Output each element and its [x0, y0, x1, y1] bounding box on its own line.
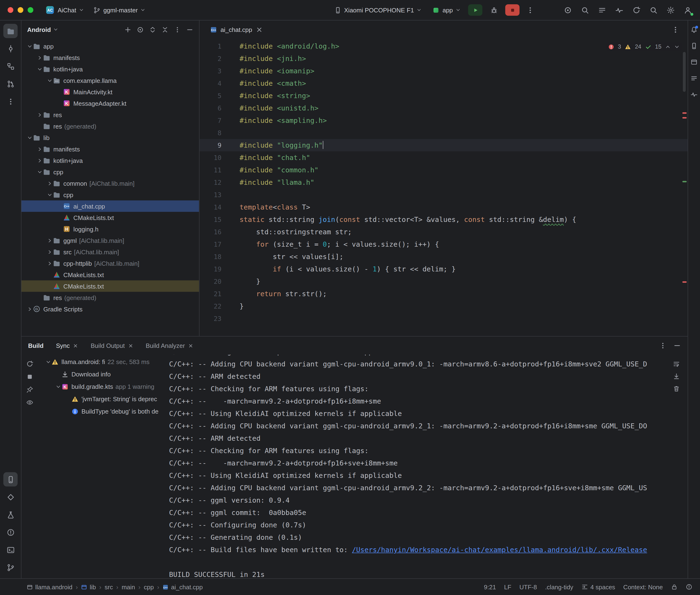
code-line-3[interactable]: 3#include <iomanip> — [200, 65, 688, 77]
line-number[interactable]: 11 — [200, 164, 230, 176]
line-number[interactable]: 17 — [200, 238, 230, 251]
tab-sync[interactable]: Sync — [56, 342, 78, 349]
code-line-19[interactable]: 19 if (i < values.size() - 1) { str << d… — [200, 263, 688, 275]
code-line-6[interactable]: 6#include <unistd.h> — [200, 102, 688, 114]
close-tab-icon[interactable] — [256, 26, 263, 33]
search-everywhere-button[interactable] — [647, 4, 660, 17]
chevron-down-icon[interactable] — [37, 169, 42, 174]
tree-item-ai-chat-cpp[interactable]: ai_chat.cpp — [22, 200, 199, 212]
encoding-widget[interactable]: UTF-8 — [520, 583, 537, 591]
structure-button[interactable] — [3, 59, 18, 73]
editor-scrollbar-thumb[interactable] — [683, 52, 686, 92]
line-number[interactable]: 9 — [200, 139, 230, 151]
stripe-mark[interactable] — [682, 181, 687, 182]
more-options-icon[interactable] — [174, 26, 181, 33]
code-line-11[interactable]: 11#include "common.h" — [200, 164, 688, 176]
code-line-10[interactable]: 10#include "chat.h" — [200, 151, 688, 164]
chevron-right-icon[interactable] — [27, 306, 32, 312]
find-in-files-button[interactable] — [579, 4, 591, 17]
chevron-right-icon[interactable] — [47, 261, 52, 266]
line-number[interactable]: 7 — [200, 114, 230, 127]
tree-item-common[interactable]: common [AiChat.lib.main] — [22, 178, 199, 189]
device-selector[interactable]: Xiaomi POCOPHONE F1 — [331, 4, 425, 16]
line-number[interactable]: 6 — [200, 102, 230, 114]
hide-panel-icon[interactable] — [673, 342, 681, 349]
run-button[interactable] — [468, 4, 482, 16]
build-tree-item-jvmtarget-string-is-deprec[interactable]: 'jvmTarget: String' is deprec — [38, 393, 169, 405]
chevron-down-icon[interactable] — [47, 192, 52, 197]
build-variants-button[interactable] — [3, 507, 18, 522]
chevron-right-icon[interactable] — [37, 146, 42, 152]
chevron-right-icon[interactable] — [47, 181, 52, 186]
stripe-mark[interactable] — [682, 281, 687, 283]
build-tree[interactable]: llama.android: fi22 sec, 583 msDownload … — [38, 355, 169, 578]
settings-button[interactable] — [664, 4, 677, 17]
chevron-right-icon[interactable] — [37, 158, 42, 163]
tree-item-cpp-httplib[interactable]: cpp-httplib [AiChat.lib.main] — [22, 258, 199, 269]
code-line-13[interactable]: 13 — [200, 189, 688, 201]
line-number[interactable]: 14 — [200, 201, 230, 213]
chevron-right-icon[interactable] — [37, 112, 42, 117]
project-view-mode[interactable]: Android — [27, 26, 51, 33]
tree-item-res[interactable]: res (generated) — [22, 120, 199, 132]
line-number[interactable]: 16 — [200, 226, 230, 238]
close-window-button[interactable] — [8, 7, 13, 13]
lock-widget[interactable] — [671, 584, 678, 590]
problems-button[interactable] — [3, 525, 18, 539]
code-line-9[interactable]: 9#include "logging.h" — [200, 139, 688, 151]
build-tree-item-buildtype-debug-is-both-de[interactable]: BuildType 'debug' is both de — [38, 405, 169, 417]
line-number[interactable]: 12 — [200, 176, 230, 189]
debug-button[interactable] — [486, 4, 501, 16]
code-line-4[interactable]: 4#include <cmath> — [200, 77, 688, 89]
line-number[interactable]: 18 — [200, 251, 230, 263]
notifications-button[interactable] — [689, 24, 699, 35]
running-devices-button[interactable] — [3, 472, 18, 486]
code-editor[interactable]: 3 24 15 1#include <android/log.h>2#inclu… — [200, 38, 688, 336]
close-tab-icon[interactable] — [128, 343, 133, 348]
line-number[interactable]: 1 — [200, 40, 230, 52]
breadcrumb-llama-android[interactable]: llama.android — [27, 583, 73, 591]
code-line-18[interactable]: 18 str << values[i]; — [200, 251, 688, 263]
terminal-button[interactable] — [3, 543, 18, 557]
stripe-mark[interactable] — [682, 117, 687, 119]
chevron-down-icon[interactable] — [27, 44, 32, 49]
app-quality-insights-button[interactable] — [689, 89, 699, 100]
expand-all-icon[interactable] — [149, 26, 156, 33]
close-tab-icon[interactable] — [188, 343, 193, 348]
chevron-right-icon[interactable] — [47, 238, 52, 243]
chevron-down-icon[interactable] — [53, 27, 58, 32]
line-number[interactable]: 22 — [200, 300, 230, 312]
more-actions-button[interactable] — [524, 4, 537, 17]
chevron-down-icon[interactable] — [47, 78, 52, 83]
tab-build-analyzer[interactable]: Build Analyzer — [146, 342, 194, 349]
tree-item-manifests[interactable]: manifests — [22, 52, 199, 63]
line-number[interactable]: 3 — [200, 65, 230, 77]
build-tree-item-download-info[interactable]: Download info — [38, 368, 169, 380]
tree-item-cpp[interactable]: cpp — [22, 166, 199, 178]
user-avatar-button[interactable] — [681, 4, 694, 17]
tree-item-cmakelists-txt[interactable]: CMakeLists.txt — [22, 281, 199, 292]
breadcrumb-src[interactable]: src — [105, 583, 113, 591]
version-control-button[interactable] — [3, 560, 18, 574]
more-options-icon[interactable] — [659, 342, 667, 349]
code-line-2[interactable]: 2#include <jni.h> — [200, 52, 688, 65]
indent-widget[interactable]: 4 spaces — [581, 583, 615, 591]
device-manager-button[interactable] — [3, 490, 18, 504]
stripe-mark[interactable] — [682, 112, 687, 114]
device-explorer-button[interactable] — [689, 40, 699, 51]
line-number[interactable]: 2 — [200, 52, 230, 65]
line-number[interactable]: 5 — [200, 89, 230, 102]
chevron-right-icon[interactable] — [47, 249, 52, 255]
prev-issue-button[interactable] — [665, 44, 670, 49]
run-configuration-selector[interactable]: app — [429, 4, 464, 16]
code-line-8[interactable]: 8 — [200, 127, 688, 139]
line-number[interactable]: 21 — [200, 288, 230, 300]
line-number[interactable]: 13 — [200, 189, 230, 201]
chevron-down-icon[interactable] — [46, 359, 51, 364]
tree-item-ggml[interactable]: ggml [AiChat.lib.main] — [22, 235, 199, 246]
tree-item-app[interactable]: app — [22, 40, 199, 52]
code-line-21[interactable]: 21 return str.str(); — [200, 288, 688, 300]
context-widget[interactable]: Context: None — [623, 583, 663, 591]
emulator-button[interactable] — [689, 57, 699, 67]
more-tool-windows-button[interactable] — [3, 94, 18, 109]
